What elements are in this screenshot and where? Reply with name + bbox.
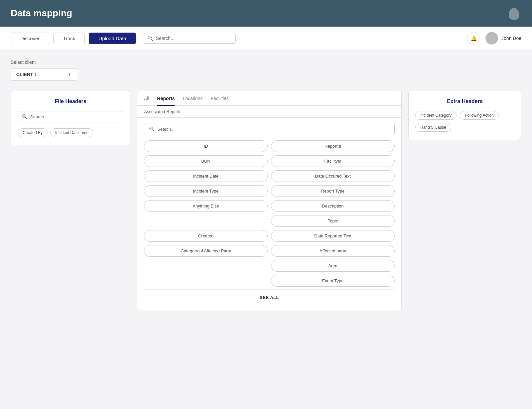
middle-search[interactable]: 🔍 bbox=[144, 123, 395, 135]
field-reportid[interactable]: ReportId bbox=[271, 140, 395, 152]
avatar bbox=[485, 32, 498, 45]
sub-tab-associated-reports[interactable]: Associated Reports bbox=[137, 106, 401, 118]
incident-category-chip[interactable]: Incident Category bbox=[415, 111, 457, 120]
global-search-input[interactable] bbox=[156, 36, 231, 41]
upload-data-button[interactable]: Upload Data bbox=[89, 33, 136, 44]
logo-icon bbox=[507, 6, 521, 21]
file-search-icon: 🔍 bbox=[22, 114, 28, 119]
file-headers-title: File Headers bbox=[18, 98, 123, 104]
field-date-reported-text[interactable]: Date Reported Text bbox=[271, 230, 395, 242]
created-by-chip[interactable]: Created By bbox=[18, 128, 48, 137]
notifications-button[interactable]: 🔔 bbox=[467, 32, 480, 45]
middle-panel-body: 🔍 ID ReportId BUN FacilityId Incident Da… bbox=[137, 118, 401, 311]
panel-tabs: All Reports Locations Facilities bbox=[137, 90, 401, 106]
tab-reports[interactable]: Reports bbox=[157, 96, 175, 106]
following-action-chip[interactable]: Following Action bbox=[460, 111, 499, 120]
incident-date-time-chip[interactable]: Incident Date Time bbox=[50, 128, 93, 137]
track-button[interactable]: Track bbox=[53, 33, 85, 44]
client-select-dropdown[interactable]: CLIENT 1 ▼ bbox=[11, 68, 77, 81]
field-empty-9 bbox=[144, 275, 268, 287]
user-area[interactable]: John Doe bbox=[485, 32, 521, 45]
field-created[interactable]: Created bbox=[144, 230, 268, 242]
top-header: Data mapping bbox=[0, 0, 532, 27]
nav-bar: Discover Track Upload Data 🔍 🔔 John Doe bbox=[0, 27, 532, 50]
extra-headers-title: Extra Headers bbox=[415, 98, 514, 104]
discover-button[interactable]: Discover bbox=[11, 33, 49, 44]
user-name: John Doe bbox=[501, 36, 521, 41]
field-incident-type[interactable]: Incident Type bbox=[144, 185, 268, 197]
global-search[interactable]: 🔍 bbox=[143, 33, 236, 44]
field-area[interactable]: Area bbox=[271, 260, 395, 272]
tab-all[interactable]: All bbox=[144, 96, 149, 106]
field-incident-date[interactable]: Incident Date bbox=[144, 170, 268, 182]
extra-headers-chips: Incident Category Following Action Hand … bbox=[415, 111, 514, 132]
panels: File Headers 🔍 Created By Incident Date … bbox=[11, 90, 521, 311]
field-bun[interactable]: BUN bbox=[144, 155, 268, 167]
bell-icon: 🔔 bbox=[470, 35, 477, 42]
field-event-type[interactable]: Event Type bbox=[271, 275, 395, 287]
field-id[interactable]: ID bbox=[144, 140, 268, 152]
extra-headers-panel: Extra Headers Incident Category Followin… bbox=[408, 90, 521, 140]
middle-search-input[interactable] bbox=[157, 127, 390, 132]
file-headers-search-input[interactable] bbox=[30, 114, 119, 119]
file-headers-chips: Created By Incident Date Time bbox=[18, 128, 123, 137]
field-empty-5 bbox=[144, 215, 268, 227]
file-headers-panel: File Headers 🔍 Created By Incident Date … bbox=[11, 90, 130, 145]
field-report-type[interactable]: Report Type bbox=[271, 185, 395, 197]
field-description[interactable]: Description bbox=[271, 200, 395, 212]
field-empty-8 bbox=[144, 260, 268, 272]
field-affected-party[interactable]: Affected party bbox=[271, 245, 395, 257]
field-facilityid[interactable]: FacilityId bbox=[271, 155, 395, 167]
hand-s-cause-chip[interactable]: Hand S Cause bbox=[415, 123, 451, 132]
field-category-affected-party[interactable]: Category of Affected Party bbox=[144, 245, 268, 257]
tab-locations[interactable]: Locations bbox=[183, 96, 202, 106]
page-title: Data mapping bbox=[11, 8, 72, 19]
field-date-occured-text[interactable]: Date Occured Text bbox=[271, 170, 395, 182]
middle-search-icon: 🔍 bbox=[149, 126, 155, 132]
middle-panel: All Reports Locations Facilities Associa… bbox=[137, 90, 402, 311]
select-client-label: Select client bbox=[11, 60, 521, 65]
file-headers-search[interactable]: 🔍 bbox=[18, 111, 123, 122]
client-select-value: CLIENT 1 bbox=[16, 72, 37, 77]
fields-grid: ID ReportId BUN FacilityId Incident Date… bbox=[144, 140, 395, 287]
nav-right: 🔔 John Doe bbox=[467, 32, 521, 45]
chevron-down-icon: ▼ bbox=[67, 72, 71, 77]
tab-facilities[interactable]: Facilities bbox=[210, 96, 228, 106]
field-topic[interactable]: Topic bbox=[271, 215, 395, 227]
search-icon: 🔍 bbox=[148, 36, 153, 41]
field-anything-else[interactable]: Anything Else bbox=[144, 200, 268, 212]
see-all-button[interactable]: SEE ALL bbox=[144, 289, 395, 305]
main-content: Select client CLIENT 1 ▼ File Headers 🔍 … bbox=[0, 50, 532, 320]
